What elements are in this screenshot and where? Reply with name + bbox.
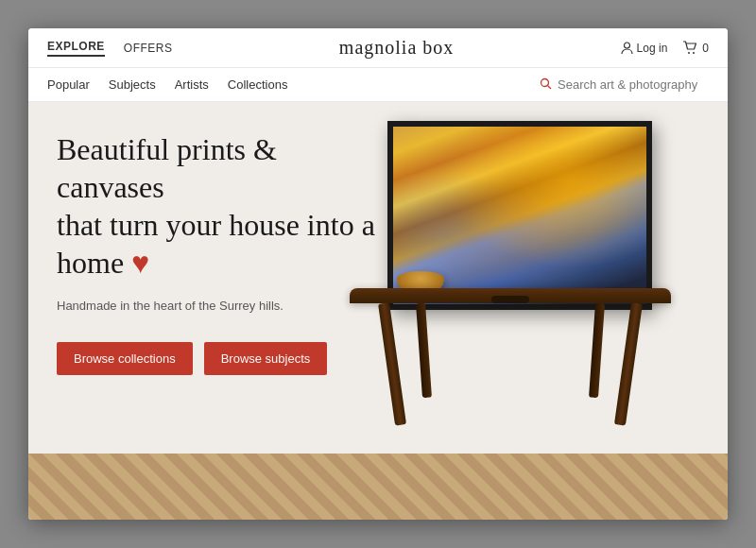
top-navigation: EXPLORE OFFERS magnolia box Log in 0 bbox=[28, 28, 728, 68]
hero-section: Beautiful prints & canvases that turn yo… bbox=[28, 102, 728, 520]
subjects-link[interactable]: Subjects bbox=[109, 77, 156, 92]
top-nav-right: Log in 0 bbox=[621, 41, 709, 55]
person-icon bbox=[621, 42, 633, 55]
top-nav-left: EXPLORE OFFERS bbox=[47, 40, 173, 57]
browser-window: EXPLORE OFFERS magnolia box Log in 0 bbox=[28, 28, 728, 520]
hero-buttons: Browse collections Browse subjects bbox=[57, 342, 378, 375]
table-speaker bbox=[491, 296, 529, 303]
cart-icon bbox=[682, 41, 698, 55]
sub-navigation: Popular Subjects Artists Collections bbox=[28, 68, 728, 102]
brand-name: magnolia box bbox=[173, 37, 621, 59]
table-leg-left bbox=[378, 302, 406, 425]
search-input[interactable] bbox=[558, 77, 709, 92]
table-leg-back-right bbox=[589, 303, 605, 398]
browse-subjects-button[interactable]: Browse subjects bbox=[204, 342, 328, 375]
hero-table bbox=[340, 288, 680, 458]
table-leg-back-left bbox=[416, 303, 432, 398]
svg-line-4 bbox=[548, 85, 552, 89]
sub-nav-links: Popular Subjects Artists Collections bbox=[47, 77, 540, 92]
svg-point-3 bbox=[541, 78, 549, 86]
heart-icon: ♥ bbox=[131, 246, 149, 280]
svg-point-2 bbox=[693, 52, 695, 54]
table-top bbox=[350, 288, 671, 303]
hero-headline: Beautiful prints & canvases that turn yo… bbox=[57, 130, 378, 282]
hero-floor bbox=[28, 454, 728, 520]
collections-link[interactable]: Collections bbox=[228, 77, 288, 92]
search-area[interactable] bbox=[540, 77, 709, 93]
svg-point-0 bbox=[624, 43, 629, 48]
offers-link[interactable]: OFFERS bbox=[124, 42, 173, 55]
hero-subtext: Handmade in the heart of the Surrey hill… bbox=[57, 297, 378, 316]
login-link[interactable]: Log in bbox=[621, 42, 668, 55]
svg-point-1 bbox=[688, 52, 690, 54]
hero-content: Beautiful prints & canvases that turn yo… bbox=[57, 130, 378, 375]
browse-collections-button[interactable]: Browse collections bbox=[57, 342, 193, 375]
artists-link[interactable]: Artists bbox=[175, 77, 209, 92]
cart-button[interactable]: 0 bbox=[682, 41, 709, 55]
explore-link[interactable]: EXPLORE bbox=[47, 40, 105, 57]
popular-link[interactable]: Popular bbox=[47, 77, 90, 92]
table-leg-right bbox=[614, 302, 643, 425]
search-icon bbox=[540, 77, 552, 93]
